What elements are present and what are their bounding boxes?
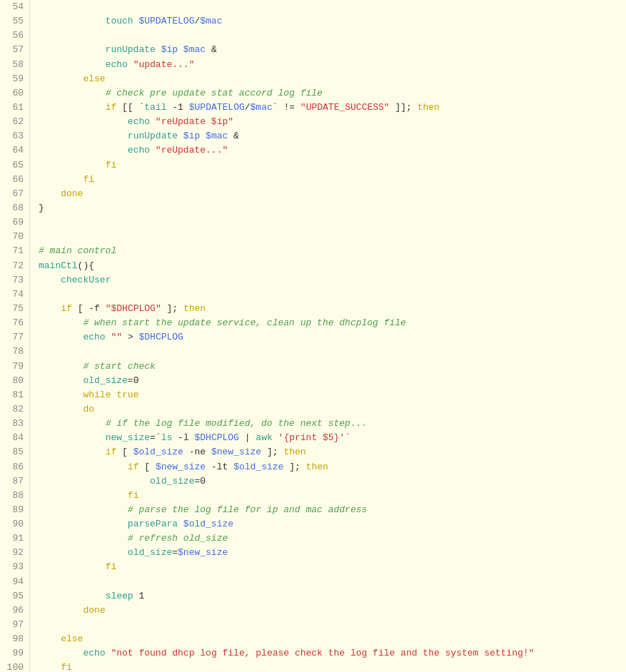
code-line: if [ $old_size -ne $new_size ]; then bbox=[39, 445, 626, 459]
code-line: else bbox=[39, 72, 626, 86]
line-number: 88 bbox=[6, 489, 24, 503]
line-number: 99 bbox=[6, 646, 24, 661]
code-line: } bbox=[39, 201, 626, 215]
code-line: done bbox=[39, 604, 626, 618]
code-line: fi bbox=[39, 560, 626, 574]
line-number: 98 bbox=[6, 632, 24, 646]
code-line: old_size=$new_size bbox=[39, 546, 626, 560]
code-line: if [ -f "$DHCPLOG" ]; then bbox=[39, 302, 626, 316]
line-number: 72 bbox=[6, 259, 24, 273]
line-number: 54 bbox=[6, 0, 24, 14]
line-number: 96 bbox=[6, 604, 24, 618]
code-line bbox=[39, 29, 626, 43]
line-number: 74 bbox=[6, 287, 24, 302]
line-number: 70 bbox=[6, 230, 24, 244]
line-number: 62 bbox=[6, 115, 24, 129]
code-line: runUpdate $ip $mac & bbox=[39, 129, 626, 143]
line-number: 95 bbox=[6, 589, 24, 604]
code-line: # when start the update service, clean u… bbox=[39, 316, 626, 330]
code-line: echo "reUpdate $ip" bbox=[39, 115, 626, 129]
line-number: 63 bbox=[6, 129, 24, 143]
line-number: 59 bbox=[6, 72, 24, 86]
line-number: 61 bbox=[6, 101, 24, 115]
code-line bbox=[39, 575, 626, 589]
line-number: 97 bbox=[6, 618, 24, 632]
line-number: 68 bbox=[6, 201, 24, 215]
line-number: 77 bbox=[6, 330, 24, 345]
line-number: 94 bbox=[6, 575, 24, 589]
code-line: # main control bbox=[39, 244, 626, 258]
code-line: # start check bbox=[39, 360, 626, 374]
code-line: parsePara $old_size bbox=[39, 517, 626, 531]
code-line: fi bbox=[39, 158, 626, 173]
line-number: 79 bbox=[6, 360, 24, 374]
code-line bbox=[39, 287, 626, 302]
code-line: echo "reUpdate..." bbox=[39, 143, 626, 158]
line-number: 81 bbox=[6, 388, 24, 402]
line-number: 82 bbox=[6, 402, 24, 417]
line-number-column: 5455565758596061626364656667686970717273… bbox=[0, 0, 30, 672]
line-number: 60 bbox=[6, 86, 24, 101]
code-line: do bbox=[39, 402, 626, 417]
line-number: 57 bbox=[6, 43, 24, 57]
code-line: old_size=0 bbox=[39, 474, 626, 489]
line-number: 71 bbox=[6, 244, 24, 258]
line-number: 89 bbox=[6, 503, 24, 517]
line-number: 65 bbox=[6, 158, 24, 173]
code-line: if [[ `tail -1 $UPDATELOG/$mac` != "UPDA… bbox=[39, 101, 626, 115]
code-line: # parse the log file for ip and mac addr… bbox=[39, 503, 626, 517]
code-line: echo "not found dhcp log file, please ch… bbox=[39, 646, 626, 661]
line-number: 67 bbox=[6, 187, 24, 201]
line-number: 66 bbox=[6, 173, 24, 187]
code-line bbox=[39, 230, 626, 244]
code-line: new_size=`ls -l $DHCPLOG | awk '{print $… bbox=[39, 431, 626, 445]
code-line: while true bbox=[39, 388, 626, 402]
line-number: 76 bbox=[6, 316, 24, 330]
line-number: 80 bbox=[6, 374, 24, 388]
code-line: touch $UPDATELOG/$mac bbox=[39, 14, 626, 29]
line-number: 55 bbox=[6, 14, 24, 29]
code-line: done bbox=[39, 187, 626, 201]
code-line: # check pre update stat accord log file bbox=[39, 86, 626, 101]
code-line bbox=[39, 618, 626, 632]
code-line: fi bbox=[39, 489, 626, 503]
line-number: 73 bbox=[6, 273, 24, 287]
line-number: 69 bbox=[6, 215, 24, 230]
line-number: 75 bbox=[6, 302, 24, 316]
code-line: else bbox=[39, 632, 626, 646]
line-number: 91 bbox=[6, 531, 24, 546]
line-number: 84 bbox=[6, 431, 24, 445]
code-line bbox=[39, 0, 626, 14]
code-line: old_size=0 bbox=[39, 374, 626, 388]
code-line: checkUser bbox=[39, 273, 626, 287]
code-line: echo "" > $DHCPLOG bbox=[39, 330, 626, 345]
line-number: 100 bbox=[6, 661, 24, 672]
line-number: 87 bbox=[6, 474, 24, 489]
code-line: echo "update..." bbox=[39, 58, 626, 72]
line-number: 90 bbox=[6, 517, 24, 531]
code-line: # refresh old_size bbox=[39, 531, 626, 546]
code-editor: 5455565758596061626364656667686970717273… bbox=[0, 0, 626, 672]
code-line: if [ $new_size -lt $old_size ]; then bbox=[39, 460, 626, 474]
line-number: 86 bbox=[6, 460, 24, 474]
line-number: 56 bbox=[6, 29, 24, 43]
code-line bbox=[39, 215, 626, 230]
code-content[interactable]: touch $UPDATELOG/$mac runUpdate $ip $mac… bbox=[30, 0, 626, 672]
line-number: 92 bbox=[6, 546, 24, 560]
code-line: fi bbox=[39, 661, 626, 672]
code-line: mainCtl(){ bbox=[39, 259, 626, 273]
code-line: runUpdate $ip $mac & bbox=[39, 43, 626, 57]
code-line: fi bbox=[39, 173, 626, 187]
code-line: # if the log file modified, do the next … bbox=[39, 417, 626, 431]
line-number: 78 bbox=[6, 345, 24, 359]
code-line bbox=[39, 345, 626, 359]
line-number: 64 bbox=[6, 143, 24, 158]
line-number: 93 bbox=[6, 560, 24, 574]
code-line: sleep 1 bbox=[39, 589, 626, 604]
line-number: 85 bbox=[6, 445, 24, 459]
line-number: 58 bbox=[6, 58, 24, 72]
line-number: 83 bbox=[6, 417, 24, 431]
